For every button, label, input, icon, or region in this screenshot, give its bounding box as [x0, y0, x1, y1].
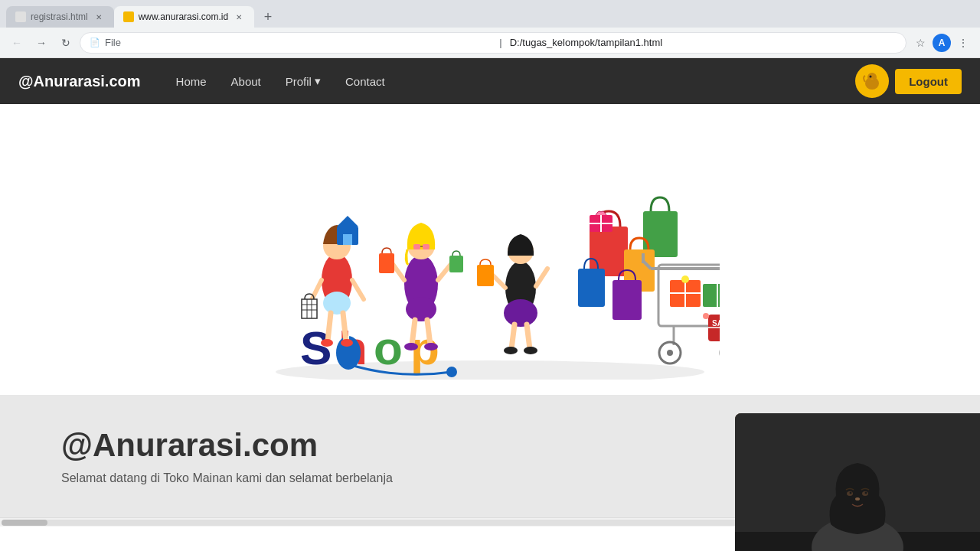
svg-line-39 — [412, 320, 415, 345]
browser-tab-2[interactable]: www.anurarasi.com.id ✕ — [114, 6, 254, 28]
svg-rect-32 — [413, 244, 420, 249]
tab1-favicon — [15, 11, 26, 22]
address-prefix: File — [105, 37, 492, 48]
svg-rect-48 — [477, 265, 494, 286]
bookmark-button[interactable]: ☆ — [910, 32, 931, 54]
svg-point-17 — [321, 339, 333, 347]
svg-rect-56 — [578, 269, 605, 307]
address-url: D:/tugas_kelompok/tampilan1.html — [510, 37, 897, 48]
svg-point-42 — [424, 343, 438, 350]
svg-rect-28 — [343, 234, 352, 245]
avatar[interactable] — [855, 64, 889, 98]
svg-text:SALE: SALE — [712, 319, 720, 328]
tab2-favicon — [123, 11, 134, 22]
webcam-overlay — [735, 413, 980, 527]
svg-text:o: o — [374, 321, 403, 374]
webcam-video — [735, 413, 980, 527]
svg-rect-21 — [302, 299, 317, 318]
address-lock-icon: 📄 — [90, 37, 100, 47]
hero-section: S h o p — [0, 104, 980, 395]
navbar-nav: Home About Profil ▾ Contact — [165, 68, 856, 94]
nav-profil[interactable]: Profil ▾ — [275, 68, 332, 94]
nav-home[interactable]: Home — [165, 69, 217, 94]
address-bar[interactable]: 📄 File | D:/tugas_kelompok/tampilan1.htm… — [80, 32, 906, 54]
new-tab-button[interactable]: + — [257, 6, 279, 28]
svg-point-18 — [341, 339, 353, 347]
person-in-webcam — [735, 413, 980, 527]
svg-rect-37 — [379, 253, 394, 273]
svg-point-51 — [504, 347, 518, 354]
svg-point-52 — [524, 347, 537, 354]
tab2-close-button[interactable]: ✕ — [233, 11, 245, 23]
svg-point-11 — [446, 367, 457, 377]
svg-point-68 — [667, 350, 673, 356]
svg-rect-33 — [423, 244, 430, 249]
tab1-title: registrasi.html — [31, 11, 88, 22]
svg-point-44 — [504, 299, 537, 327]
svg-line-15 — [328, 313, 331, 341]
svg-point-1 — [867, 73, 877, 82]
forward-button[interactable]: → — [31, 32, 52, 54]
svg-point-41 — [404, 343, 418, 350]
svg-point-80 — [703, 313, 709, 319]
svg-marker-27 — [337, 216, 358, 227]
svg-rect-38 — [449, 256, 463, 272]
logout-button[interactable]: Logout — [895, 69, 962, 94]
profil-dropdown-icon: ▾ — [315, 74, 321, 88]
nav-contact[interactable]: Contact — [335, 69, 396, 94]
profile-button[interactable]: A — [933, 34, 951, 52]
svg-point-91 — [865, 492, 867, 494]
svg-point-2 — [870, 76, 872, 78]
svg-line-47 — [536, 269, 547, 286]
menu-button[interactable]: ⋮ — [952, 32, 974, 54]
back-button[interactable]: ← — [6, 32, 28, 54]
svg-point-90 — [850, 492, 852, 494]
svg-line-16 — [343, 313, 346, 341]
navbar-brand[interactable]: @Anurarasi.com — [18, 73, 141, 90]
svg-point-76 — [681, 276, 689, 283]
svg-line-49 — [511, 324, 514, 349]
svg-line-40 — [427, 320, 430, 345]
svg-line-50 — [527, 324, 530, 349]
svg-point-92 — [855, 497, 860, 500]
scrollbar-thumb[interactable] — [2, 520, 47, 526]
nav-about[interactable]: About — [220, 69, 272, 94]
svg-point-13 — [323, 292, 351, 315]
svg-rect-57 — [612, 280, 642, 320]
website-navbar: @Anurarasi.com Home About Profil ▾ Conta… — [0, 58, 980, 104]
browser-tab-1[interactable]: registrasi.html ✕ — [6, 6, 114, 28]
tab1-close-button[interactable]: ✕ — [93, 11, 105, 23]
avatar-icon — [861, 70, 884, 93]
shopping-illustration: S h o p — [260, 119, 720, 380]
tab2-title: www.anurarasi.com.id — [139, 11, 228, 22]
svg-line-20 — [352, 280, 364, 299]
reload-button[interactable]: ↻ — [55, 32, 77, 54]
navbar-right: Logout — [855, 64, 962, 98]
svg-point-30 — [406, 297, 436, 321]
